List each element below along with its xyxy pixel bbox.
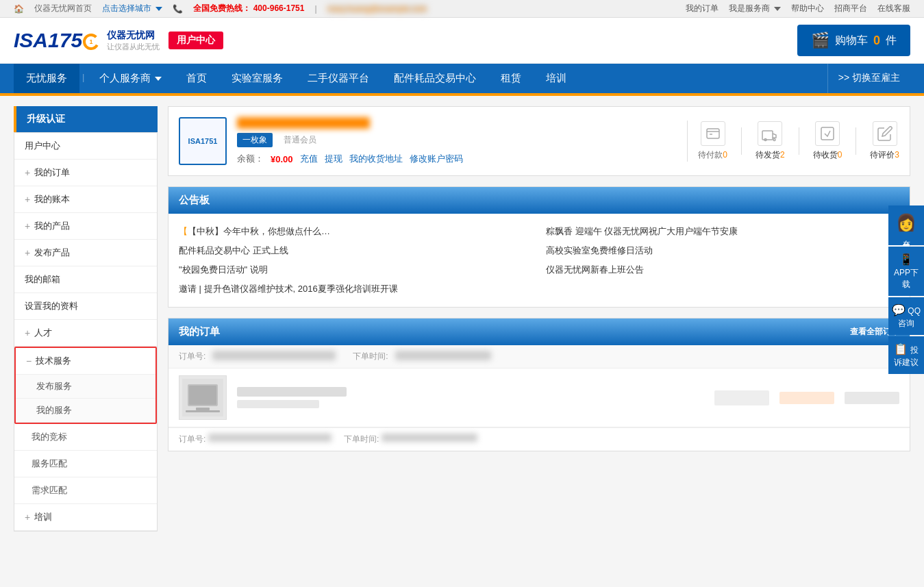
sidebar-item-demand-match[interactable]: 需求匹配 [14, 477, 157, 504]
user-info: mary.huang@example.com 一枚象 普通会员 余额： ¥0.0… [237, 117, 677, 165]
ann-item-2[interactable]: 配件耗品交易中心 正式上线 [179, 241, 532, 260]
city-dropdown-icon [155, 7, 162, 11]
withdraw-link[interactable]: 提现 [325, 153, 342, 165]
nav-item-lab[interactable]: 实验室服务 [219, 64, 295, 93]
announcement-header: 公告板 [168, 187, 910, 214]
ann-item-3[interactable]: "校园免费日活动" 说明 [179, 260, 532, 279]
service-provider-dropdown-icon [774, 7, 781, 11]
online-service-btn[interactable]: 👩 在线客服 [888, 205, 924, 245]
header-cart[interactable]: 🎬 购物车 0 件 [797, 25, 910, 56]
my-order-link[interactable]: 我的订单 [686, 3, 719, 14]
recharge-link[interactable]: 充值 [300, 153, 318, 165]
order-thumbnail [179, 375, 227, 420]
nav-item-personal-service[interactable]: 个人服务商 [87, 64, 174, 93]
recruit-platform-link[interactable]: 招商平台 [834, 3, 867, 14]
app-icon: 📱 [899, 253, 913, 265]
cart-button[interactable]: 🎬 购物车 0 件 [797, 25, 910, 56]
pending-payment-icon [701, 121, 725, 146]
sidebar-item-user-center[interactable]: 用户中心 [14, 133, 157, 160]
nav-item-home[interactable]: 首页 [174, 64, 219, 93]
ann-item-r3[interactable]: 仪器无忧网新春上班公告 [546, 260, 899, 279]
city-select[interactable]: 点击选择城市 [102, 3, 162, 14]
stat-label-payment: 待付款0 [698, 149, 727, 161]
order-item-row [168, 369, 910, 427]
sidebar-sub-my-service[interactable]: 我的服务 [16, 399, 155, 423]
stat-pending-review[interactable]: 待评价3 [870, 121, 899, 161]
nav-item-wuyou[interactable]: 无忧服务 [14, 64, 79, 93]
sidebar-item-training[interactable]: 培训 [14, 504, 157, 531]
user-center-badge[interactable]: 用户中心 [168, 32, 223, 49]
nav-item-rental[interactable]: 租赁 [488, 64, 534, 93]
qq-consult-btn[interactable]: 💬 QQ咨询 [888, 297, 924, 335]
stat-label-receive: 待收货0 [813, 149, 842, 161]
sidebar-tech-service-section: 技术服务 发布服务 我的服务 [14, 347, 157, 424]
nav-item-training[interactable]: 培训 [534, 64, 579, 93]
nav-item-accessories[interactable]: 配件耗品交易中心 [382, 64, 488, 93]
announcement-body: 【中秋】今年中秋，你想做点什么… 配件耗品交易中心 正式上线 "校园免费日活动"… [168, 214, 910, 307]
sidebar-item-my-account[interactable]: 我的账本 [14, 186, 157, 213]
nav-dropdown-icon [155, 77, 162, 81]
sidebar-item-tech-service[interactable]: 技术服务 [16, 348, 155, 375]
stat-label-ship: 待发货2 [756, 149, 785, 161]
order-product-spec [237, 400, 319, 408]
ann-item-1[interactable]: 【中秋】今年中秋，你想做点什么… [179, 222, 532, 241]
sidebar-item-talent[interactable]: 人才 [14, 320, 157, 347]
logo-isa-text: ISA175 [14, 29, 82, 52]
sidebar-item-my-profile[interactable]: 设置我的资料 [14, 293, 157, 320]
nav-bar: 无忧服务 | 个人服务商 首页 实验室服务 二手仪器平台 配件耗品交易中心 租赁… [0, 64, 924, 93]
online-service-link[interactable]: 在线客服 [877, 3, 910, 14]
change-pwd-link[interactable]: 修改账户密码 [410, 153, 463, 165]
sidebar-item-my-order[interactable]: 我的订单 [14, 160, 157, 186]
order-time-value [395, 351, 491, 360]
top-right-links: 我的订单 我是服务商 帮助中心 招商平台 在线客服 [686, 3, 910, 14]
logo-tagline: 让仪器从此无忧 [107, 42, 160, 52]
nav-switch-employer[interactable]: >> 切换至雇主 [827, 64, 910, 93]
app-download-btn[interactable]: 📱 APP下载 [888, 247, 924, 296]
sidebar-item-publish-product[interactable]: 发布产品 [14, 240, 157, 266]
pending-ship-icon [758, 121, 782, 146]
nav-personal-service-label: 个人服务商 [99, 72, 151, 85]
order-footer-time [382, 434, 477, 442]
sidebar-item-service-match[interactable]: 服务匹配 [14, 451, 157, 477]
pending-review-icon [873, 121, 897, 146]
stat-pending-receive[interactable]: 待收货0 [813, 121, 842, 161]
logo[interactable]: ISA175 1 仪器无忧网 让仪器从此无忧 用户中心 [14, 29, 223, 52]
sidebar-menu: 用户中心 我的订单 我的账本 我的产品 发布产品 我的邮箱 设置我的资料 人才 … [14, 132, 158, 532]
top-bar: 🏠 仪器无忧网首页 点击选择城市 📞 全国免费热线： 400-966-1751 … [0, 0, 924, 18]
order-action [845, 392, 899, 404]
home-link[interactable]: 仪器无忧网首页 [34, 3, 92, 14]
my-order-header: 我的订单 查看全部订单 [168, 319, 910, 345]
announcement-section: 公告板 【中秋】今年中秋，你想做点什么… 配件耗品交易中心 正式上线 "校园免费… [168, 186, 910, 308]
stat-divider-3 [856, 127, 856, 155]
stat-divider-2 [799, 127, 799, 155]
stat-divider-1 [741, 127, 742, 155]
user-email: mary.huang@example.com [237, 117, 677, 129]
logo-name: 仪器无忧网 [107, 29, 160, 42]
sidebar-sub-publish-service[interactable]: 发布服务 [16, 375, 155, 399]
help-center-link[interactable]: 帮助中心 [791, 3, 824, 14]
sidebar-item-my-product[interactable]: 我的产品 [14, 213, 157, 240]
svg-rect-4 [762, 131, 773, 140]
stat-pending-payment[interactable]: 待付款0 [698, 121, 727, 161]
svg-rect-12 [186, 410, 220, 412]
announcement-grid: 【中秋】今年中秋，你想做点什么… 配件耗品交易中心 正式上线 "校园免费日活动"… [179, 222, 899, 299]
ann-item-4[interactable]: 邀请 | 提升色谱仪器维护技术, 2016夏季强化培训班开课 [179, 279, 532, 299]
hotline: 全国免费热线： 400-966-1751 [193, 3, 304, 14]
nav-item-used-instruments[interactable]: 二手仪器平台 [295, 64, 382, 93]
ann-item-r2[interactable]: 高校实验室免费维修日活动 [546, 241, 899, 260]
sidebar-upgrade[interactable]: 升级认证 [14, 106, 158, 132]
phone-icon: 📞 [173, 4, 183, 14]
service-provider-link[interactable]: 我是服务商 [729, 3, 781, 14]
user-badge: 一枚象 [237, 133, 273, 147]
sidebar-sub-tech: 发布服务 我的服务 [16, 375, 155, 423]
complaint-btn[interactable]: 📋 投诉建议 [888, 336, 924, 374]
sidebar-item-my-mailbox[interactable]: 我的邮箱 [14, 266, 157, 293]
order-price [714, 390, 769, 405]
main-container: 升级认证 用户中心 我的订单 我的账本 我的产品 发布产品 我的邮箱 设置我的资… [0, 96, 924, 542]
complaint-icon: 📋 [894, 343, 908, 355]
stat-pending-ship[interactable]: 待发货2 [756, 121, 785, 161]
address-link[interactable]: 我的收货地址 [349, 153, 403, 165]
sidebar-item-my-bid[interactable]: 我的竞标 [14, 424, 157, 451]
user-balance: 余额： ¥0.00 充值 提现 我的收货地址 修改账户密码 [237, 153, 677, 165]
ann-item-r1[interactable]: 粽飘香 迎端午 仪器无忧网祝广大用户端午节安康 [546, 222, 899, 241]
